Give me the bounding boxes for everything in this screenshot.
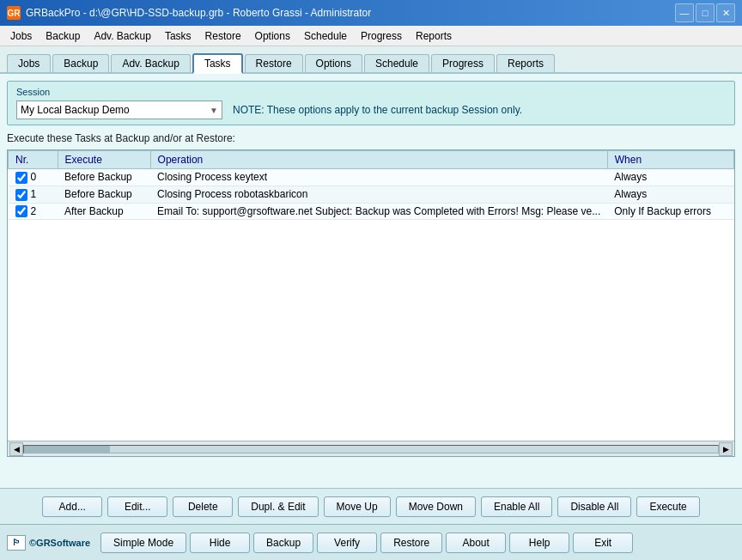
row-checkbox[interactable] (15, 189, 27, 201)
edit-button[interactable]: Edit... (107, 496, 167, 517)
move-up-button[interactable]: Move Up (324, 496, 391, 517)
session-note: NOTE: These options apply to the current… (233, 104, 522, 116)
tasks-table: Nr. Execute Operation When 0Before Backu… (8, 150, 734, 220)
help-button[interactable]: Help (509, 533, 569, 553)
backup-status-button[interactable]: Backup (253, 533, 313, 553)
execute-button[interactable]: Execute (636, 496, 699, 517)
nr-cell: 0 (9, 169, 58, 186)
when-cell: Always (607, 186, 733, 203)
menu-schedule[interactable]: Schedule (297, 28, 354, 44)
col-header-nr: Nr. (9, 151, 58, 169)
close-button[interactable]: ✕ (716, 3, 735, 22)
hide-button[interactable]: Hide (190, 533, 250, 553)
col-header-operation: Operation (150, 151, 607, 169)
app-logo: 🏳 ©GRSoftware (7, 535, 90, 551)
menu-backup[interactable]: Backup (39, 28, 87, 44)
main-content: Session My Local Backup Demo ▼ NOTE: The… (0, 74, 742, 488)
session-box: Session My Local Backup Demo ▼ NOTE: The… (7, 81, 735, 125)
tab-reports[interactable]: Reports (496, 54, 555, 72)
tab-bar: Jobs Backup Adv. Backup Tasks Restore Op… (0, 46, 742, 74)
tab-schedule[interactable]: Schedule (364, 54, 429, 72)
menu-tasks[interactable]: Tasks (158, 28, 198, 44)
operation-cell: Closing Process robotaskbaricon (150, 186, 607, 203)
horizontal-scrollbar[interactable]: ◀ ▶ (8, 441, 734, 456)
minimize-button[interactable]: — (675, 3, 694, 22)
tab-adv-backup[interactable]: Adv. Backup (111, 54, 190, 72)
tab-restore[interactable]: Restore (245, 54, 303, 72)
table-row: 2After BackupEmail To: support@grsoftwar… (9, 203, 734, 220)
exit-button[interactable]: Exit (573, 533, 633, 553)
when-cell: Only If Backup errors (607, 203, 733, 220)
menu-options[interactable]: Options (248, 28, 297, 44)
simple-mode-button[interactable]: Simple Mode (100, 533, 186, 553)
menu-restore[interactable]: Restore (198, 28, 248, 44)
session-selected-value: My Local Backup Demo (21, 104, 130, 116)
tab-jobs[interactable]: Jobs (7, 54, 51, 72)
delete-button[interactable]: Delete (173, 496, 233, 517)
window-controls: — □ ✕ (675, 3, 735, 22)
nr-value: 2 (31, 205, 37, 217)
session-dropdown[interactable]: My Local Backup Demo ▼ (16, 100, 222, 119)
execute-cell: Before Backup (58, 169, 150, 186)
dupl-edit-button[interactable]: Dupl. & Edit (238, 496, 318, 517)
action-button-bar: Add... Edit... Delete Dupl. & Edit Move … (0, 488, 742, 524)
session-label: Session (16, 87, 726, 97)
menu-bar: Jobs Backup Adv. Backup Tasks Restore Op… (0, 26, 742, 46)
table-row: 0Before BackupClosing Process keytextAlw… (9, 169, 734, 186)
window-title: GRBackPro - d:\@GR\HD-SSD-backup.grb - R… (26, 7, 371, 19)
execute-cell: Before Backup (58, 186, 150, 203)
restore-status-button[interactable]: Restore (380, 533, 442, 553)
table-row: 1Before BackupClosing Process robotaskba… (9, 186, 734, 203)
nr-value: 1 (31, 188, 37, 200)
tab-tasks[interactable]: Tasks (192, 53, 243, 74)
menu-adv-backup[interactable]: Adv. Backup (87, 28, 157, 44)
tab-options[interactable]: Options (305, 54, 362, 72)
status-bar: 🏳 ©GRSoftware Simple Mode Hide Backup Ve… (0, 524, 742, 560)
tab-progress[interactable]: Progress (431, 54, 495, 72)
tab-backup[interactable]: Backup (52, 54, 109, 72)
menu-jobs[interactable]: Jobs (3, 28, 39, 44)
app-icon: GR (7, 6, 21, 20)
about-button[interactable]: About (446, 533, 506, 553)
operation-cell: Closing Process keytext (150, 169, 607, 186)
disable-all-button[interactable]: Disable All (557, 496, 631, 517)
tasks-table-container: Nr. Execute Operation When 0Before Backu… (7, 149, 735, 457)
col-header-execute: Execute (58, 151, 150, 169)
row-checkbox[interactable] (15, 172, 27, 184)
add-button[interactable]: Add... (42, 496, 102, 517)
scroll-right-arrow[interactable]: ▶ (719, 442, 733, 456)
execute-cell: After Backup (58, 203, 150, 220)
enable-all-button[interactable]: Enable All (481, 496, 552, 517)
dropdown-arrow-icon: ▼ (210, 106, 218, 115)
menu-progress[interactable]: Progress (354, 28, 409, 44)
nr-cell: 2 (9, 203, 58, 220)
execute-label: Execute these Tasks at Backup and/or at … (7, 132, 735, 144)
scroll-track[interactable] (23, 445, 719, 453)
flag-icon: 🏳 (7, 535, 26, 551)
when-cell: Always (607, 169, 733, 186)
col-header-when: When (607, 151, 733, 169)
operation-cell: Email To: support@grsoftware.net Subject… (150, 203, 607, 220)
move-down-button[interactable]: Move Down (396, 496, 476, 517)
menu-reports[interactable]: Reports (409, 28, 459, 44)
nr-cell: 1 (9, 186, 58, 203)
row-checkbox[interactable] (15, 205, 27, 217)
scroll-left-arrow[interactable]: ◀ (9, 442, 23, 456)
title-bar: GR GRBackPro - d:\@GR\HD-SSD-backup.grb … (0, 0, 742, 26)
maximize-button[interactable]: □ (696, 3, 715, 22)
nr-value: 0 (31, 171, 37, 183)
verify-button[interactable]: Verify (317, 533, 377, 553)
